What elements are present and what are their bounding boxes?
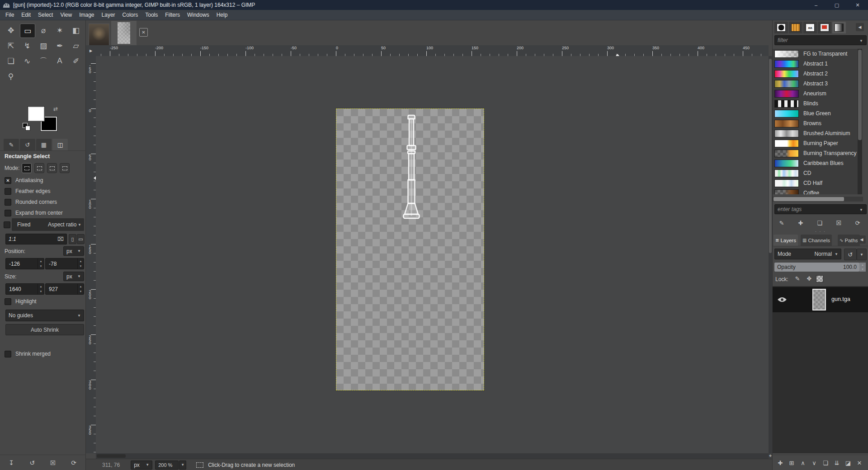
size-height-spinner[interactable] [77, 284, 84, 294]
canvas-horizontal-scrollbar[interactable] [96, 453, 769, 459]
gradient-item[interactable]: CD Half [773, 178, 858, 188]
ruler-origin-button[interactable]: ▶ [86, 45, 96, 56]
scrollbar-thumb[interactable] [769, 59, 772, 253]
image-canvas[interactable] [336, 108, 484, 390]
navigation-button[interactable]: ✥ [769, 453, 772, 459]
lock-alpha-button[interactable] [816, 275, 823, 282]
gradient-list-scrollbar[interactable] [858, 49, 862, 194]
mode-subtract-button[interactable] [47, 163, 57, 173]
opacity-slider[interactable]: Opacity 100.0 [774, 263, 859, 272]
paintbrush-tool[interactable]: ✒ [52, 39, 67, 52]
eraser-tool[interactable]: ▱ [69, 39, 83, 52]
mode-add-button[interactable] [34, 163, 44, 173]
shear-tool[interactable]: ⇱ [4, 39, 18, 52]
menu-item[interactable]: Windows [184, 10, 213, 19]
menu-item[interactable]: Edit [18, 10, 34, 19]
free-select-tool[interactable]: ⌀ [36, 24, 51, 37]
gradient-tool[interactable]: ▨ [36, 39, 51, 52]
tags-caret-icon[interactable] [859, 208, 863, 212]
vertical-ruler[interactable]: -50 0 50 100 150 200 250 300 350 [86, 56, 96, 453]
gradient-item[interactable]: Aneurism [773, 89, 858, 99]
menu-item[interactable]: Tools [142, 10, 161, 19]
position-x-spinner[interactable] [38, 258, 44, 269]
aspect-ratio-dropdown[interactable]: Aspect ratio [48, 221, 76, 228]
new-layer-group-button[interactable]: ⊞ [787, 458, 797, 468]
layers[interactable]: ≣Layers [774, 235, 798, 246]
size-width-field[interactable]: 1640 [5, 283, 44, 295]
layer-visibility-eye-icon[interactable] [777, 296, 787, 303]
tool-option-checkbox[interactable]: Feather edges [5, 186, 84, 197]
menu-item[interactable]: File [2, 10, 18, 19]
delete-layer-button[interactable]: ✕ [854, 458, 864, 468]
lock-position-button[interactable]: ✥ [804, 273, 814, 283]
duplicate-gradient-button[interactable]: ❏ [814, 217, 825, 228]
tool-option-checkbox[interactable]: Antialiasing [5, 175, 84, 186]
lower-layer-button[interactable]: ∨ [809, 458, 819, 468]
gradient-item[interactable]: Blinds [773, 99, 858, 108]
merge-layer-button[interactable]: ⇊ [832, 458, 842, 468]
mode-intersect-button[interactable] [60, 163, 70, 173]
opacity-spinner[interactable] [859, 263, 866, 272]
highlight-checkbox[interactable]: Highlight [5, 296, 90, 307]
image-tab-active[interactable] [111, 21, 137, 45]
size-unit-dropdown[interactable]: px [63, 272, 84, 281]
warp-tool[interactable]: ↯ [20, 39, 34, 52]
minimize-button[interactable]: – [806, 0, 826, 10]
shrink-merged-checkbox[interactable]: Shrink merged [5, 348, 90, 359]
patterns-tab[interactable] [789, 22, 802, 33]
menu-item[interactable]: Select [34, 10, 57, 19]
fixed-checkbox[interactable] [4, 221, 10, 228]
tool-options-tab[interactable]: ✎ [4, 139, 19, 150]
position-y-spinner[interactable] [77, 258, 84, 269]
reset-tool-options-button[interactable]: ⟳ [69, 458, 79, 468]
new-gradient-button[interactable]: ✚ [795, 217, 806, 228]
position-x-field[interactable]: -126 [5, 258, 44, 269]
delete-gradient-button[interactable]: ☒ [833, 217, 844, 228]
document-history-tab[interactable] [818, 22, 831, 33]
paths-tool[interactable]: ⌒ [36, 54, 51, 68]
delete-tool-preset-button[interactable]: ☒ [48, 458, 58, 468]
clone-tool[interactable]: ❏ [4, 54, 18, 68]
gradients-tab[interactable] [832, 22, 846, 33]
dock-resize-handle[interactable]: · · · [773, 229, 868, 234]
zoom-caret-button[interactable] [179, 461, 186, 470]
move-tool[interactable]: ✥ [4, 24, 18, 37]
position-unit-dropdown[interactable]: px [63, 246, 84, 256]
gradient-item[interactable]: Browns [773, 118, 858, 128]
landscape-orientation-button[interactable]: ▭ [77, 234, 85, 244]
mode-replace-button[interactable] [22, 163, 32, 173]
foreground-color-swatch[interactable] [28, 107, 44, 121]
channels[interactable]: ▥Channels [801, 235, 832, 246]
size-width-spinner[interactable] [38, 284, 44, 294]
scrollbar-thumb[interactable] [97, 454, 126, 458]
bucket-fill-tool[interactable]: ◧ [69, 24, 83, 37]
close-tab-icon[interactable]: ✕ [139, 28, 148, 37]
tags-input[interactable] [774, 204, 867, 214]
gradient-item[interactable]: Burning Transparency [773, 148, 858, 158]
zoom-level-dropdown[interactable]: 200 % [155, 461, 179, 470]
fuzzy-select-tool[interactable]: ✶ [52, 24, 67, 37]
size-height-field[interactable]: 927 [45, 283, 84, 295]
gradient-hscrollbar[interactable] [773, 197, 863, 202]
zoom-tool[interactable]: ⚲ [4, 70, 18, 83]
collapse-dock-icon[interactable]: ◀ [856, 23, 864, 31]
close-button[interactable]: ✕ [847, 0, 868, 10]
undo-history-tab[interactable]: ↺ [20, 139, 35, 150]
menu-item[interactable]: Help [213, 10, 231, 19]
brushes-tab[interactable] [774, 22, 788, 33]
swap-colors-icon[interactable]: ⇄ [53, 106, 58, 112]
status-unit-dropdown[interactable]: px [131, 461, 152, 470]
aspect-ratio-caret-icon[interactable] [78, 223, 81, 227]
layer-mode-dropdown[interactable]: Mode Normal [774, 249, 841, 259]
layer-name[interactable]: gun.tga [831, 296, 850, 302]
guides-dropdown[interactable]: No guides [5, 310, 84, 321]
horizontal-ruler[interactable]: -250 -200 -150 -100 -50 0 50 100 150 200… [96, 45, 769, 56]
color-picker-tool[interactable]: ✐ [69, 54, 83, 68]
scrollbar-thumb[interactable] [858, 50, 862, 140]
duplicate-layer-button[interactable]: ❏ [821, 458, 830, 468]
raise-layer-button[interactable]: ∧ [798, 458, 808, 468]
gradient-item[interactable]: Brushed Aluminium [773, 128, 858, 138]
gradient-item[interactable]: FG to Transparent [773, 49, 858, 59]
add-mask-button[interactable]: ◪ [843, 458, 853, 468]
gradient-item[interactable]: Burning Paper [773, 138, 858, 148]
